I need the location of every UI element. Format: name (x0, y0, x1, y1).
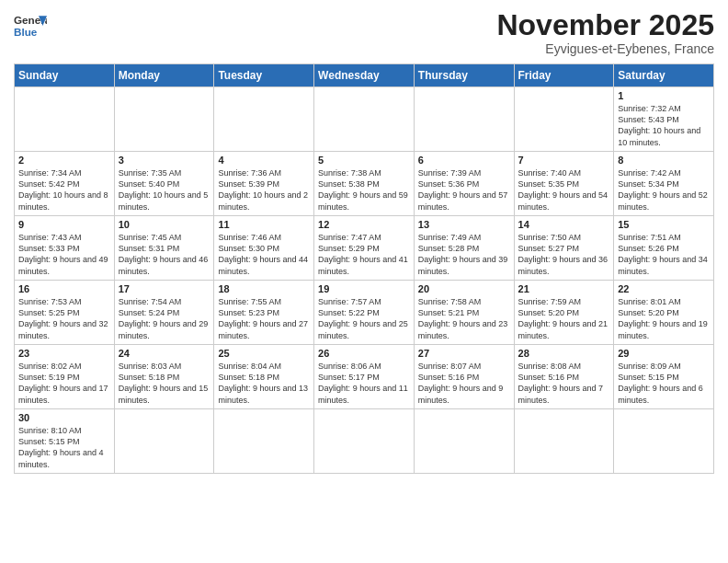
day-number: 9 (18, 219, 110, 230)
day-info: Sunrise: 7:59 AM Sunset: 5:20 PM Dayligh… (518, 296, 610, 341)
table-row: 9Sunrise: 7:43 AM Sunset: 5:33 PM Daylig… (15, 216, 115, 281)
logo: General Blue (14, 9, 47, 42)
day-info: Sunrise: 7:49 AM Sunset: 5:28 PM Dayligh… (418, 232, 510, 277)
day-number: 19 (318, 283, 410, 294)
table-row: 25Sunrise: 8:04 AM Sunset: 5:18 PM Dayli… (214, 345, 314, 409)
day-info: Sunrise: 7:34 AM Sunset: 5:42 PM Dayligh… (18, 167, 110, 213)
table-row (114, 409, 214, 474)
svg-text:Blue: Blue (14, 26, 38, 38)
table-row: 30Sunrise: 8:10 AM Sunset: 5:15 PM Dayli… (15, 409, 115, 474)
table-row (614, 409, 714, 474)
day-info: Sunrise: 7:36 AM Sunset: 5:39 PM Dayligh… (218, 167, 310, 213)
table-row: 4Sunrise: 7:36 AM Sunset: 5:39 PM Daylig… (214, 152, 314, 216)
day-number: 17 (119, 283, 210, 294)
day-number: 21 (518, 283, 610, 294)
table-row: 5Sunrise: 7:38 AM Sunset: 5:38 PM Daylig… (314, 152, 415, 216)
day-number: 11 (218, 219, 310, 230)
day-number: 6 (418, 155, 510, 166)
table-row (314, 87, 415, 152)
day-info: Sunrise: 8:01 AM Sunset: 5:20 PM Dayligh… (618, 296, 710, 341)
page: General Blue November 2025 Eyvigues-et-E… (0, 0, 728, 563)
table-row: 23Sunrise: 8:02 AM Sunset: 5:19 PM Dayli… (15, 345, 115, 409)
day-info: Sunrise: 7:54 AM Sunset: 5:24 PM Dayligh… (119, 296, 210, 341)
col-sunday: Sunday (15, 64, 115, 87)
table-row (514, 87, 614, 152)
day-info: Sunrise: 8:07 AM Sunset: 5:16 PM Dayligh… (418, 361, 510, 406)
day-info: Sunrise: 7:50 AM Sunset: 5:27 PM Dayligh… (518, 232, 610, 277)
table-row (15, 87, 115, 152)
table-row: 1Sunrise: 7:32 AM Sunset: 5:43 PM Daylig… (614, 87, 714, 152)
table-row (414, 87, 514, 152)
day-info: Sunrise: 7:43 AM Sunset: 5:33 PM Dayligh… (18, 232, 110, 277)
day-number: 1 (618, 90, 710, 101)
col-tuesday: Tuesday (214, 64, 314, 87)
table-row: 10Sunrise: 7:45 AM Sunset: 5:31 PM Dayli… (114, 216, 214, 281)
table-row: 13Sunrise: 7:49 AM Sunset: 5:28 PM Dayli… (414, 216, 514, 281)
day-info: Sunrise: 7:40 AM Sunset: 5:35 PM Dayligh… (518, 167, 610, 213)
table-row: 3Sunrise: 7:35 AM Sunset: 5:40 PM Daylig… (114, 152, 214, 216)
day-number: 27 (418, 348, 510, 359)
day-number: 3 (119, 155, 210, 166)
day-number: 5 (318, 155, 410, 166)
table-row: 21Sunrise: 7:59 AM Sunset: 5:20 PM Dayli… (514, 281, 614, 345)
day-number: 8 (618, 155, 710, 166)
week-row-3: 16Sunrise: 7:53 AM Sunset: 5:25 PM Dayli… (15, 281, 714, 345)
table-row: 14Sunrise: 7:50 AM Sunset: 5:27 PM Dayli… (514, 216, 614, 281)
table-row (114, 87, 214, 152)
table-row (214, 409, 314, 474)
day-info: Sunrise: 7:51 AM Sunset: 5:26 PM Dayligh… (618, 232, 710, 277)
header: General Blue November 2025 Eyvigues-et-E… (14, 9, 714, 56)
table-row: 19Sunrise: 7:57 AM Sunset: 5:22 PM Dayli… (314, 281, 415, 345)
week-row-0: 1Sunrise: 7:32 AM Sunset: 5:43 PM Daylig… (15, 87, 714, 152)
day-info: Sunrise: 7:32 AM Sunset: 5:43 PM Dayligh… (618, 103, 710, 148)
table-row: 18Sunrise: 7:55 AM Sunset: 5:23 PM Dayli… (214, 281, 314, 345)
day-number: 15 (618, 219, 710, 230)
table-row: 27Sunrise: 8:07 AM Sunset: 5:16 PM Dayli… (414, 345, 514, 409)
day-number: 29 (618, 348, 710, 359)
day-number: 12 (318, 219, 410, 230)
day-info: Sunrise: 7:35 AM Sunset: 5:40 PM Dayligh… (119, 167, 210, 213)
day-number: 22 (618, 283, 710, 294)
day-number: 25 (218, 348, 310, 359)
day-info: Sunrise: 7:42 AM Sunset: 5:34 PM Dayligh… (618, 167, 710, 213)
week-row-4: 23Sunrise: 8:02 AM Sunset: 5:19 PM Dayli… (15, 345, 714, 409)
day-info: Sunrise: 7:58 AM Sunset: 5:21 PM Dayligh… (418, 296, 510, 341)
table-row: 22Sunrise: 8:01 AM Sunset: 5:20 PM Dayli… (614, 281, 714, 345)
day-info: Sunrise: 8:08 AM Sunset: 5:16 PM Dayligh… (518, 361, 610, 406)
table-row: 8Sunrise: 7:42 AM Sunset: 5:34 PM Daylig… (614, 152, 714, 216)
table-row: 20Sunrise: 7:58 AM Sunset: 5:21 PM Dayli… (414, 281, 514, 345)
location: Eyvigues-et-Eybenes, France (496, 41, 714, 56)
day-number: 18 (218, 283, 310, 294)
day-info: Sunrise: 7:55 AM Sunset: 5:23 PM Dayligh… (218, 296, 310, 341)
col-saturday: Saturday (614, 64, 714, 87)
day-info: Sunrise: 8:02 AM Sunset: 5:19 PM Dayligh… (18, 361, 110, 406)
table-row (514, 409, 614, 474)
table-row: 29Sunrise: 8:09 AM Sunset: 5:15 PM Dayli… (614, 345, 714, 409)
table-row (314, 409, 415, 474)
day-info: Sunrise: 8:04 AM Sunset: 5:18 PM Dayligh… (218, 361, 310, 406)
week-row-2: 9Sunrise: 7:43 AM Sunset: 5:33 PM Daylig… (15, 216, 714, 281)
table-row (214, 87, 314, 152)
day-info: Sunrise: 7:39 AM Sunset: 5:36 PM Dayligh… (418, 167, 510, 213)
day-info: Sunrise: 7:38 AM Sunset: 5:38 PM Dayligh… (318, 167, 410, 213)
week-row-1: 2Sunrise: 7:34 AM Sunset: 5:42 PM Daylig… (15, 152, 714, 216)
day-info: Sunrise: 8:09 AM Sunset: 5:15 PM Dayligh… (618, 361, 710, 406)
day-number: 4 (218, 155, 310, 166)
table-row: 28Sunrise: 8:08 AM Sunset: 5:16 PM Dayli… (514, 345, 614, 409)
table-row: 11Sunrise: 7:46 AM Sunset: 5:30 PM Dayli… (214, 216, 314, 281)
table-row: 6Sunrise: 7:39 AM Sunset: 5:36 PM Daylig… (414, 152, 514, 216)
table-row: 12Sunrise: 7:47 AM Sunset: 5:29 PM Dayli… (314, 216, 415, 281)
table-row: 24Sunrise: 8:03 AM Sunset: 5:18 PM Dayli… (114, 345, 214, 409)
table-row: 26Sunrise: 8:06 AM Sunset: 5:17 PM Dayli… (314, 345, 415, 409)
day-number: 23 (18, 348, 110, 359)
day-info: Sunrise: 8:03 AM Sunset: 5:18 PM Dayligh… (119, 361, 210, 406)
day-info: Sunrise: 7:53 AM Sunset: 5:25 PM Dayligh… (18, 296, 110, 341)
day-number: 13 (418, 219, 510, 230)
month-title: November 2025 (496, 9, 714, 41)
week-row-5: 30Sunrise: 8:10 AM Sunset: 5:15 PM Dayli… (15, 409, 714, 474)
table-row: 2Sunrise: 7:34 AM Sunset: 5:42 PM Daylig… (15, 152, 115, 216)
day-number: 2 (18, 155, 110, 166)
day-number: 10 (119, 219, 210, 230)
table-row: 15Sunrise: 7:51 AM Sunset: 5:26 PM Dayli… (614, 216, 714, 281)
col-friday: Friday (514, 64, 614, 87)
